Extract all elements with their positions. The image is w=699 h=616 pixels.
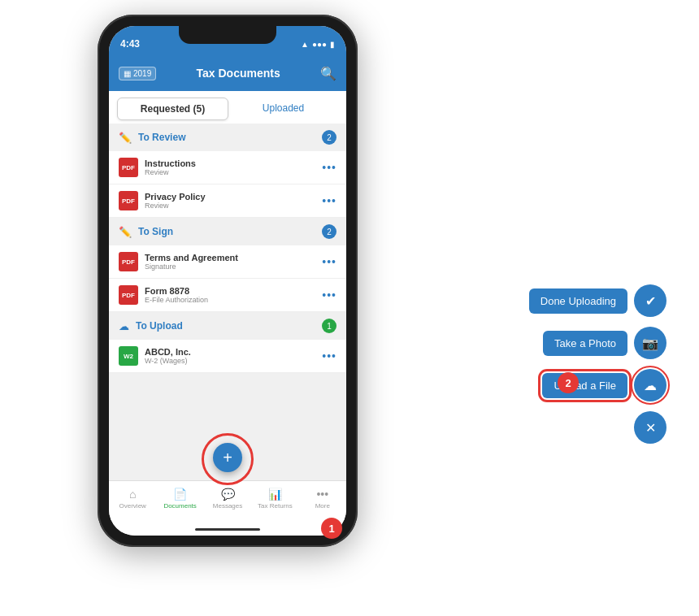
upload-section-icon: ☁ bbox=[119, 320, 129, 332]
item-name: ABCD, Inc. bbox=[145, 347, 315, 357]
status-time: 4:43 bbox=[120, 38, 140, 50]
tax-returns-icon: 📊 bbox=[268, 488, 282, 501]
action-row-done: Done Uploading ✔ bbox=[529, 284, 666, 317]
sign-title: To Sign bbox=[138, 226, 315, 237]
battery-icon: ▮ bbox=[330, 40, 335, 49]
tab-requested[interactable]: Requested (5) bbox=[117, 98, 228, 120]
pdf-icon: PDF bbox=[119, 285, 138, 305]
item-sub: W-2 (Wages) bbox=[145, 357, 315, 365]
item-text: Terms and Agreement Signature bbox=[145, 253, 315, 271]
item-name: Form 8878 bbox=[145, 286, 315, 296]
list-item: PDF Instructions Review ••• bbox=[109, 151, 346, 184]
done-uploading-circle-btn[interactable]: ✔ bbox=[634, 284, 666, 317]
list-item: W2 ABCD, Inc. W-2 (Wages) ••• bbox=[109, 340, 346, 373]
action-row-close: ✕ bbox=[634, 411, 666, 444]
list-item: PDF Terms and Agreement Signature ••• bbox=[109, 245, 346, 279]
header-title: Tax Documents bbox=[163, 67, 314, 80]
item-text: Instructions Review bbox=[145, 158, 315, 176]
camera-icon: 📷 bbox=[642, 336, 658, 351]
phone-screen: 4:43 ▲ ●●● ▮ ▦ 2019 Tax Documents 🔍 bbox=[109, 26, 346, 536]
review-badge: 2 bbox=[322, 130, 336, 145]
action-menu: Done Uploading ✔ Take a Photo 📷 Upload a… bbox=[529, 284, 666, 444]
done-uploading-button[interactable]: Done Uploading bbox=[529, 288, 627, 314]
year-label: 2019 bbox=[133, 69, 151, 78]
list-item: PDF Privacy Policy Review ••• bbox=[109, 184, 346, 218]
item-menu-dots[interactable]: ••• bbox=[322, 194, 336, 207]
w2-icon: W2 bbox=[119, 346, 138, 366]
review-icon: ✏️ bbox=[119, 132, 132, 144]
item-sub: Review bbox=[145, 202, 315, 210]
messages-icon: 💬 bbox=[221, 488, 235, 501]
overview-label: Overview bbox=[119, 502, 146, 510]
more-label: More bbox=[315, 502, 330, 510]
item-text: Form 8878 E-File Authorization bbox=[145, 286, 315, 304]
more-icon: ••• bbox=[316, 488, 328, 501]
item-name: Terms and Agreement bbox=[145, 253, 315, 262]
tax-returns-label: Tax Returns bbox=[258, 502, 293, 510]
upload-file-button[interactable]: Upload a File bbox=[542, 373, 627, 398]
take-photo-circle-btn[interactable]: 📷 bbox=[634, 327, 666, 359]
checkmark-icon: ✔ bbox=[645, 293, 656, 309]
annotation-badge-1: 1 bbox=[321, 518, 342, 539]
item-text: ABCD, Inc. W-2 (Wages) bbox=[145, 347, 315, 365]
bottom-tab-overview[interactable]: ⌂ Overview bbox=[109, 488, 156, 510]
item-name: Instructions bbox=[145, 158, 315, 168]
section-to-upload: ☁ To Upload 1 bbox=[109, 312, 346, 340]
scene: 4:43 ▲ ●●● ▮ ▦ 2019 Tax Documents 🔍 bbox=[0, 0, 699, 616]
signal-icon: ●●● bbox=[312, 40, 327, 49]
spacer bbox=[109, 373, 346, 438]
item-sub: Review bbox=[145, 168, 315, 176]
pdf-icon: PDF bbox=[119, 191, 138, 210]
item-menu-dots[interactable]: ••• bbox=[322, 288, 336, 301]
pdf-icon: PDF bbox=[119, 158, 138, 177]
close-icon: ✕ bbox=[645, 420, 656, 436]
item-menu-dots[interactable]: ••• bbox=[322, 349, 336, 362]
list-item: PDF Form 8878 E-File Authorization ••• bbox=[109, 279, 346, 312]
annotation-badge-2: 2 bbox=[558, 372, 579, 393]
year-badge[interactable]: ▦ 2019 bbox=[119, 67, 156, 80]
documents-icon: 📄 bbox=[173, 488, 187, 501]
documents-label: Documents bbox=[163, 502, 196, 510]
app-header: ▦ 2019 Tax Documents 🔍 bbox=[109, 55, 346, 91]
bottom-tab-tax-returns[interactable]: 📊 Tax Returns bbox=[251, 488, 298, 510]
item-name: Privacy Policy bbox=[145, 192, 315, 202]
take-photo-button[interactable]: Take a Photo bbox=[543, 331, 627, 356]
upload-badge: 1 bbox=[322, 319, 336, 333]
tab-uploaded[interactable]: Uploaded bbox=[228, 98, 338, 120]
section-to-sign: ✏️ To Sign 2 bbox=[109, 218, 346, 245]
status-icons: ▲ ●●● ▮ bbox=[301, 40, 335, 49]
review-title: To Review bbox=[138, 132, 315, 143]
wifi-icon: ▲ bbox=[301, 40, 309, 49]
cloud-upload-icon: ☁ bbox=[644, 378, 657, 393]
phone-shell: 4:43 ▲ ●●● ▮ ▦ 2019 Tax Documents 🔍 bbox=[98, 15, 358, 547]
pdf-icon: PDF bbox=[119, 252, 138, 271]
search-icon[interactable]: 🔍 bbox=[320, 66, 336, 81]
item-sub: E-File Authorization bbox=[145, 296, 315, 304]
overview-icon: ⌂ bbox=[129, 488, 136, 501]
upload-title: To Upload bbox=[136, 320, 315, 332]
bottom-tab-documents[interactable]: 📄 Documents bbox=[156, 488, 203, 510]
action-row-photo: Take a Photo 📷 bbox=[543, 327, 666, 359]
messages-label: Messages bbox=[213, 502, 242, 510]
sign-icon: ✏️ bbox=[119, 226, 132, 238]
bottom-tab-more[interactable]: ••• More bbox=[299, 488, 346, 510]
item-menu-dots[interactable]: ••• bbox=[322, 255, 336, 268]
item-menu-dots[interactable]: ••• bbox=[322, 161, 336, 174]
upload-file-circle-btn[interactable]: ☁ bbox=[634, 369, 666, 401]
item-text: Privacy Policy Review bbox=[145, 192, 315, 210]
home-indicator bbox=[195, 528, 260, 531]
bottom-bar: ⌂ Overview 📄 Documents 💬 Messages 📊 Tax … bbox=[109, 480, 346, 536]
item-sub: Signature bbox=[145, 262, 315, 271]
fab-button[interactable]: + bbox=[213, 443, 242, 472]
close-action-menu-button[interactable]: ✕ bbox=[634, 411, 666, 444]
tabs-bar: Requested (5) Uploaded bbox=[109, 91, 346, 128]
bottom-tab-messages[interactable]: 💬 Messages bbox=[204, 488, 251, 510]
section-to-review: ✏️ To Review 2 bbox=[109, 124, 346, 151]
fab-plus-icon: + bbox=[223, 449, 232, 467]
sign-badge: 2 bbox=[322, 224, 336, 239]
calendar-icon: ▦ bbox=[124, 69, 131, 78]
notch bbox=[179, 26, 276, 44]
